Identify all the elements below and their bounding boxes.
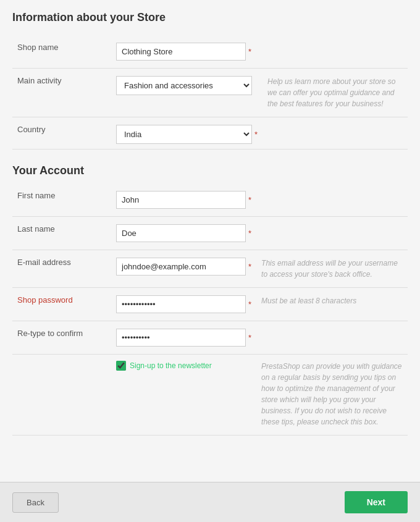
email-label: E-mail address <box>12 250 111 288</box>
retype-hint <box>256 321 408 355</box>
newsletter-label-cell <box>12 355 111 436</box>
footer-bar: Back Next <box>0 482 420 522</box>
retype-required: * <box>248 333 251 342</box>
retype-label: Re-type to confirm <box>12 321 111 355</box>
country-label: Country <box>12 117 111 149</box>
password-input[interactable] <box>116 295 246 313</box>
retype-input[interactable] <box>116 329 246 347</box>
first-name-required: * <box>248 195 251 204</box>
back-button[interactable]: Back <box>12 492 59 513</box>
shop-name-required: * <box>248 47 251 56</box>
last-name-label: Last name <box>12 217 111 250</box>
newsletter-hint: PrestaShop can provide you with guidance… <box>256 355 408 436</box>
email-required: * <box>248 262 251 271</box>
country-select[interactable]: India United States United Kingdom Franc… <box>116 125 252 144</box>
main-activity-label: Main activity <box>12 69 111 117</box>
first-name-input[interactable] <box>116 191 246 209</box>
next-button[interactable]: Next <box>345 491 408 513</box>
shop-name-label: Shop name <box>12 35 111 69</box>
email-input[interactable] <box>116 258 246 276</box>
main-activity-select[interactable]: Fashion and accessories Art and culture … <box>116 76 252 95</box>
last-name-hint <box>256 217 408 250</box>
first-name-hint <box>256 183 408 217</box>
email-hint: This email address will be your username… <box>256 250 408 288</box>
newsletter-checkbox[interactable] <box>116 361 126 371</box>
last-name-input[interactable] <box>116 224 246 242</box>
last-name-required: * <box>248 229 251 238</box>
shop-name-hint <box>262 35 408 69</box>
password-label: Shop password <box>12 288 111 321</box>
first-name-label: First name <box>12 183 111 217</box>
password-hint: Must be at least 8 characters <box>256 288 408 321</box>
main-activity-hint: Help us learn more about your store so w… <box>262 69 408 117</box>
password-required: * <box>248 300 251 309</box>
shop-name-input[interactable] <box>116 43 246 61</box>
newsletter-label[interactable]: Sign-up to the newsletter <box>116 361 251 371</box>
country-hint <box>262 117 408 149</box>
country-required: * <box>254 130 258 139</box>
newsletter-text: Sign-up to the newsletter <box>130 361 212 370</box>
store-section-title: Information about your Store <box>12 11 408 24</box>
account-section-title: Your Account <box>12 164 408 177</box>
